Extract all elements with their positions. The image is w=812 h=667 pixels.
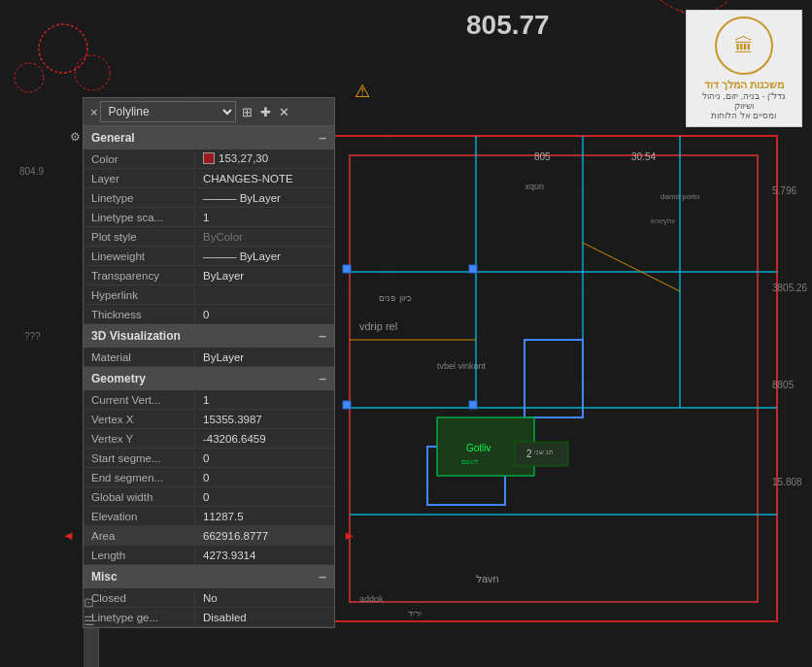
expand-icon[interactable]: ⊡: [84, 595, 95, 610]
prop-vertexy-row[interactable]: Vertex Y -43206.6459: [84, 429, 334, 449]
svg-text:תנ שני: תנ שני: [534, 449, 554, 455]
svg-text:804.9: 804.9: [19, 166, 44, 177]
prop-layer-name: Layer: [84, 171, 195, 186]
svg-text:15.808: 15.808: [772, 477, 802, 487]
prop-hyperlink-row[interactable]: Hyperlink: [84, 285, 334, 305]
close-icon[interactable]: ×: [88, 105, 100, 119]
svg-text:???: ???: [24, 331, 41, 342]
prop-material-row[interactable]: Material ByLayer: [84, 348, 334, 367]
prop-linetype-name: Linetype: [84, 190, 195, 206]
prop-layer-row[interactable]: Layer CHANGES-NOTE: [84, 169, 334, 188]
prop-lineweight-name: Lineweight: [84, 249, 195, 264]
prop-transparency-row[interactable]: Transparency ByLayer: [84, 266, 334, 285]
prop-length-row[interactable]: Length 4273.9314: [84, 546, 334, 565]
svg-text:damo porto: damo porto: [660, 192, 700, 201]
plus-icon[interactable]: ✚: [258, 103, 273, 121]
svg-text:לavn: לavn: [476, 573, 499, 584]
prop-endseg-row[interactable]: End segmen... 0: [84, 468, 334, 487]
section-general-header[interactable]: General –: [84, 126, 334, 150]
prop-globalwidth-value: 0: [195, 489, 334, 505]
prop-plotstyle-row[interactable]: Plot style ByColor: [84, 227, 334, 247]
prop-hyperlink-value: [195, 293, 334, 297]
panel-title-area: Polyline ⊞ ✚ ✕: [100, 101, 329, 122]
panel-header: × Polyline ⊞ ✚ ✕: [84, 98, 334, 126]
logo-name-hebrew: משכנות המלך דוד: [704, 79, 784, 91]
svg-text:Gotliv: Gotliv: [466, 443, 491, 453]
svg-text:kneyhv: kneyhv: [651, 217, 675, 225]
section-general-label: General: [91, 131, 135, 145]
prop-lineweight-row[interactable]: Lineweight ——— ByLayer: [84, 247, 334, 266]
prop-layer-value: CHANGES-NOTE: [195, 171, 334, 186]
svg-rect-47: [469, 401, 477, 409]
svg-rect-48: [343, 265, 351, 273]
section-misc-collapse[interactable]: –: [319, 569, 326, 584]
svg-text:30.54: 30.54: [631, 151, 656, 162]
prop-curvertex-value: 1: [195, 392, 334, 408]
svg-text:לאגם: לאגם: [461, 457, 479, 466]
prop-vertexx-value: 15355.3987: [195, 412, 334, 427]
area-arrow-right-icon: ►: [343, 528, 355, 543]
object-type-dropdown[interactable]: Polyline: [100, 101, 236, 122]
prop-vertexx-row[interactable]: Vertex X 15355.3987: [84, 410, 334, 429]
logo-icon: 🏛: [734, 35, 754, 57]
prop-vertexx-name: Vertex X: [84, 412, 195, 427]
prop-linescale-name: Linetype sca...: [84, 210, 195, 225]
svg-rect-49: [343, 401, 351, 409]
prop-closed-row[interactable]: Closed No: [84, 588, 334, 608]
section-general-collapse[interactable]: –: [319, 130, 326, 146]
prop-area-row[interactable]: ◄ Area 662916.8777 ►: [84, 526, 334, 546]
svg-text:tvbel vinkont: tvbel vinkont: [437, 361, 487, 371]
section-misc-header[interactable]: Misc –: [84, 565, 334, 588]
prop-linetype-row[interactable]: Linetype ——— ByLayer: [84, 188, 334, 208]
prop-globalwidth-name: Global width: [84, 489, 195, 505]
section-geometry-label: Geometry: [91, 372, 146, 385]
svg-text:⚠: ⚠: [355, 82, 370, 101]
prop-closed-name: Closed: [84, 590, 195, 606]
x-icon[interactable]: ✕: [277, 103, 291, 121]
company-logo: 🏛 משכנות המלך דוד גדל"ן - בניה, יזום, ני…: [686, 10, 802, 127]
prop-startseg-name: Start segme...: [84, 450, 195, 466]
prop-material-value: ByLayer: [195, 350, 334, 365]
area-arrow-left-icon: ◄: [62, 528, 75, 543]
prop-color-row[interactable]: Color 153,27,30: [84, 150, 334, 169]
settings-icon[interactable]: ⚙: [70, 130, 81, 144]
prop-thickness-name: Thickness: [84, 307, 195, 322]
svg-text:כיוון פנים: כיוון פנים: [379, 293, 412, 303]
prop-area-name: Area: [84, 528, 195, 544]
prop-curvertex-row[interactable]: Current Vert... 1: [84, 390, 334, 410]
section-3d-collapse[interactable]: –: [319, 328, 326, 344]
prop-elevation-value: 11287.5: [195, 509, 334, 524]
section-geometry-header[interactable]: Geometry –: [84, 367, 334, 390]
prop-thickness-row[interactable]: Thickness 0: [84, 305, 334, 324]
svg-text:3805.26: 3805.26: [772, 283, 808, 293]
section-geometry-collapse[interactable]: –: [319, 371, 326, 386]
prop-linescale-row[interactable]: Linetype sca... 1: [84, 208, 334, 227]
prop-thickness-value: 0: [195, 307, 334, 322]
prop-transparency-name: Transparency: [84, 268, 195, 283]
logo-sub2-hebrew: ומסיים אל הלוחות: [711, 111, 776, 120]
prop-area-value: 662916.8777: [195, 528, 334, 544]
properties-panel: × Polyline ⊞ ✚ ✕ ⚙ General – Color 153,2…: [83, 97, 335, 628]
svg-text:2: 2: [526, 449, 532, 459]
prop-vertexy-value: -43206.6459: [195, 431, 334, 447]
properties-icon[interactable]: ☰: [84, 614, 95, 628]
prop-elevation-row[interactable]: Elevation 11287.5: [84, 507, 334, 526]
prop-linetypegen-row[interactable]: Linetype ge... Disabled: [84, 608, 334, 627]
svg-text:xqun: xqun: [524, 182, 544, 191]
prop-startseg-row[interactable]: Start segme... 0: [84, 449, 334, 468]
prop-plotstyle-name: Plot style: [84, 229, 195, 245]
section-misc-label: Misc: [91, 570, 118, 584]
grid-icon[interactable]: ⊞: [240, 103, 254, 121]
section-3d-header[interactable]: 3D Visualization –: [84, 324, 334, 348]
section-3d-label: 3D Visualization: [91, 329, 181, 343]
prop-material-name: Material: [84, 350, 195, 365]
prop-linetypegen-value: Disabled: [195, 610, 334, 625]
svg-text:5.796: 5.796: [772, 185, 796, 196]
svg-text:addok: addok: [359, 594, 384, 604]
svg-rect-46: [469, 265, 477, 273]
bottom-icons: ⊡ ☰: [84, 595, 95, 628]
prop-color-name: Color: [84, 151, 195, 167]
svg-text:יריד: יריד: [408, 609, 422, 618]
prop-globalwidth-row[interactable]: Global width 0: [84, 487, 334, 507]
prop-lineweight-value: ——— ByLayer: [195, 249, 334, 264]
